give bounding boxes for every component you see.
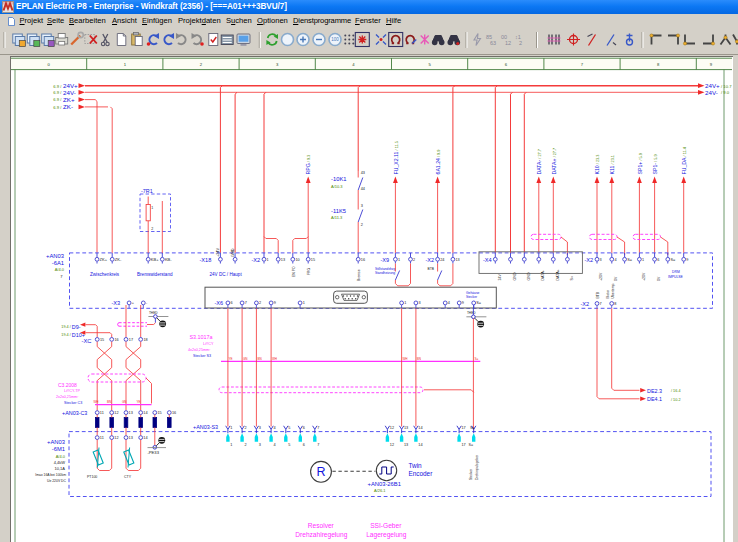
svg-text:5: 5 (288, 426, 290, 430)
svg-text:6.9 /: 6.9 / (53, 105, 62, 110)
svg-text:6: 6 (303, 426, 305, 430)
svg-text:/ 16.4: / 16.4 (671, 389, 681, 393)
svg-text:ZK-: ZK- (115, 257, 122, 262)
svg-text:IMPULSE: IMPULSE (668, 275, 684, 279)
svg-text:WH: WH (403, 357, 408, 361)
svg-text:3: 3 (361, 204, 363, 208)
svg-text:6A1.24 / 9.9: 6A1.24 / 9.9 (435, 150, 441, 175)
svg-text:LiYCY-TP: LiYCY-TP (64, 389, 81, 393)
svg-text:K10 / 23.3: K10 / 23.3 (594, 155, 600, 175)
svg-text:5: 5 (288, 443, 290, 447)
svg-text:Bremse: Bremse (357, 269, 361, 281)
svg-text:3: 3 (600, 258, 602, 262)
svg-text:24V DC / Haupt: 24V DC / Haupt (210, 272, 243, 277)
svg-text:DATA-: DATA- (541, 269, 545, 280)
svg-text:GN: GN (243, 357, 248, 361)
svg-text:2: 2 (245, 426, 247, 430)
svg-text:BN: BN (417, 357, 421, 361)
svg-text:GND: GND (231, 248, 235, 257)
svg-text:Übertemp.: Übertemp. (611, 283, 615, 299)
svg-text:2: 2 (259, 301, 261, 305)
svg-text:16: 16 (361, 258, 365, 262)
svg-text:DE4.1: DE4.1 (647, 396, 662, 402)
svg-text:S=: S= (670, 258, 676, 262)
svg-text:6.9 /: 6.9 / (53, 97, 62, 102)
svg-text:S=: S= (627, 258, 633, 262)
svg-text:-10K1: -10K1 (331, 176, 346, 182)
svg-text:KB+: KB+ (151, 257, 159, 262)
svg-text:10,1A: 10,1A (55, 466, 66, 471)
svg-text:6: 6 (231, 301, 233, 305)
svg-text:KB-: KB- (165, 257, 172, 262)
svg-text:0V: 0V (614, 276, 618, 281)
svg-text:ZK+: ZK+ (63, 96, 75, 103)
svg-text:Motor: Motor (606, 289, 610, 299)
svg-text:+AN03-C3: +AN03-C3 (62, 410, 87, 416)
svg-text:GND: GND (513, 272, 517, 280)
svg-text:/ 10.7: / 10.7 (721, 84, 732, 89)
svg-text:A/10.3: A/10.3 (331, 184, 343, 189)
svg-text:7: 7 (317, 426, 319, 430)
svg-text:Standheizung: Standheizung (375, 271, 395, 275)
svg-text:16: 16 (115, 338, 119, 342)
svg-text:SP1- / 5.9: SP1- / 5.9 (652, 155, 658, 175)
svg-text:DRM: DRM (672, 270, 680, 274)
svg-text:A/26.1: A/26.1 (374, 488, 386, 493)
svg-text:7: 7 (60, 274, 63, 279)
svg-text:1: 1 (303, 301, 305, 305)
svg-text:/ 9.0: / 9.0 (721, 90, 730, 95)
svg-text:11: 11 (100, 411, 104, 415)
svg-text:R: R (316, 465, 325, 479)
svg-text:14: 14 (143, 436, 147, 440)
svg-text:1: 1 (267, 258, 269, 262)
svg-text:-X2: -X2 (581, 301, 590, 307)
svg-text:BN: BN (107, 400, 111, 404)
svg-text:-X2: -X2 (252, 257, 261, 263)
svg-text:9: 9 (462, 301, 464, 305)
svg-text:24: 24 (440, 258, 444, 262)
svg-text:13: 13 (129, 436, 133, 440)
svg-text:+20V: +20V (642, 272, 646, 281)
svg-text:13: 13 (456, 258, 460, 262)
svg-text:7: 7 (600, 302, 602, 306)
svg-text:3: 3 (259, 426, 261, 430)
svg-text:Lageregelung: Lageregelung (366, 531, 407, 539)
svg-text:+: + (132, 301, 135, 305)
svg-text:ZK-: ZK- (63, 103, 73, 110)
svg-text:+AN03-S3: +AN03-S3 (193, 424, 218, 430)
svg-text:17: 17 (129, 338, 133, 342)
svg-text:DATA- / 27.7: DATA- / 27.7 (536, 149, 542, 174)
svg-text:C3.2008: C3.2008 (58, 382, 77, 388)
svg-text:9: 9 (686, 258, 688, 262)
svg-text:CTY: CTY (124, 475, 132, 479)
svg-text:14: 14 (418, 443, 422, 447)
svg-text:44: 44 (361, 187, 365, 191)
svg-text:24V-: 24V- (705, 89, 718, 96)
svg-text:6: 6 (657, 258, 659, 262)
svg-text:FU_X2.11 / 11.5: FU_X2.11 / 11.5 (393, 141, 399, 174)
svg-text:-PE33: -PE33 (147, 450, 159, 455)
svg-text:PT100: PT100 (87, 475, 97, 479)
svg-text:RPG / 9.3: RPG / 9.3 (305, 155, 311, 175)
svg-text:DATA+: DATA+ (556, 269, 560, 280)
svg-text:1: 1 (398, 258, 400, 262)
svg-text:DE2.3: DE2.3 (647, 388, 662, 394)
svg-text:A/4.0: A/4.0 (55, 267, 65, 272)
svg-text:THED: THED (149, 311, 158, 315)
svg-text:Ue 220V DC: Ue 220V DC (47, 479, 67, 483)
svg-text:FRG: FRG (307, 267, 311, 275)
svg-text:17: 17 (462, 426, 466, 430)
svg-text:2: 2 (361, 223, 363, 227)
svg-text:14: 14 (418, 426, 422, 430)
svg-text:Encoder: Encoder (409, 470, 434, 477)
svg-text:13: 13 (129, 411, 133, 415)
svg-text:7: 7 (317, 443, 319, 447)
svg-text:EN PO: EN PO (292, 266, 296, 277)
svg-text:19.4 /: 19.4 / (61, 333, 71, 337)
svg-text:-X9: -X9 (381, 257, 390, 263)
svg-text:GND: GND (527, 272, 531, 280)
svg-text:15: 15 (311, 258, 315, 262)
svg-text:7: 7 (245, 301, 247, 305)
svg-text:13: 13 (404, 443, 408, 447)
svg-text:-X4: -X4 (483, 257, 492, 263)
